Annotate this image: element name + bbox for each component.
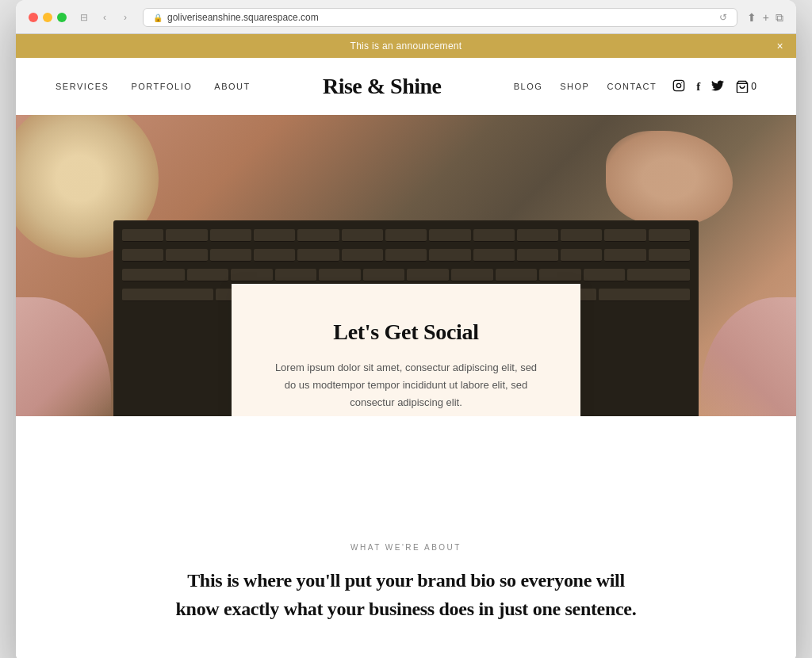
key <box>649 229 690 242</box>
browser-window: ⊟ ‹ › 🔒 goliveriseanshine.squarespace.co… <box>16 0 796 658</box>
key <box>342 229 383 242</box>
cart-icon[interactable]: 0 <box>735 80 756 93</box>
key <box>473 249 515 262</box>
browser-chrome: ⊟ ‹ › 🔒 goliveriseanshine.squarespace.co… <box>16 0 796 34</box>
social-icons: f 0 <box>672 79 756 94</box>
keyboard-row <box>118 227 694 244</box>
website-content: This is an announcement × SERVICES PORTF… <box>16 34 796 658</box>
tabs-icon[interactable]: ⧉ <box>776 11 783 25</box>
key <box>407 269 449 281</box>
twitter-icon[interactable] <box>711 80 724 94</box>
social-card: Let's Get Social Lorem ipsum dolor sit a… <box>232 284 580 416</box>
key <box>561 249 602 262</box>
key <box>187 269 229 281</box>
browser-controls: ⊟ ‹ › <box>76 10 133 25</box>
key <box>649 249 690 262</box>
address-bar[interactable]: 🔒 goliveriseanshine.squarespace.com ↺ <box>143 8 737 27</box>
announcement-bar: This is an announcement × <box>16 34 796 58</box>
key <box>254 229 295 242</box>
about-label: WHAT WE'RE ABOUT <box>95 543 717 552</box>
browser-action-buttons: ⬆ + ⧉ <box>747 11 783 25</box>
key <box>342 249 383 262</box>
social-card-title: Let's Get Social <box>271 319 541 345</box>
key <box>473 229 515 242</box>
key <box>297 249 339 262</box>
sidebar-toggle-button[interactable]: ⊟ <box>76 10 92 25</box>
keyboard-row <box>118 266 694 284</box>
traffic-lights <box>29 13 67 22</box>
url-text: goliveriseanshine.squarespace.com <box>167 12 319 23</box>
keyboard-row <box>118 247 694 264</box>
nav-item-contact[interactable]: CONTACT <box>607 82 657 91</box>
cart-count: 0 <box>751 81 756 92</box>
announcement-close-button[interactable]: × <box>777 40 783 52</box>
key <box>122 269 185 281</box>
nav-item-portfolio[interactable]: PORTFOLIO <box>131 82 192 91</box>
key <box>385 249 427 262</box>
key <box>451 269 493 281</box>
key <box>231 269 273 281</box>
svg-rect-0 <box>674 80 684 90</box>
key <box>210 249 251 262</box>
instagram-icon[interactable] <box>672 79 685 94</box>
site-logo[interactable]: Rise & Shine <box>323 74 442 99</box>
key <box>429 249 470 262</box>
svg-point-1 <box>677 83 681 87</box>
key <box>122 289 213 301</box>
key <box>385 229 427 242</box>
nav-left-links: SERVICES PORTFOLIO ABOUT <box>56 82 251 91</box>
back-button[interactable]: ‹ <box>97 10 113 25</box>
key <box>627 269 690 281</box>
forward-button[interactable]: › <box>117 10 133 25</box>
reload-button[interactable]: ↺ <box>719 12 727 23</box>
nav-right-links: BLOG SHOP CONTACT <box>514 82 657 91</box>
key <box>166 229 207 242</box>
facebook-icon[interactable]: f <box>696 80 700 94</box>
new-tab-icon[interactable]: + <box>763 11 769 25</box>
nav-item-blog[interactable]: BLOG <box>514 82 543 91</box>
minimize-button[interactable] <box>43 13 52 22</box>
key <box>496 269 538 281</box>
key <box>429 229 470 242</box>
nav-item-services[interactable]: SERVICES <box>56 82 109 91</box>
announcement-text: This is an announcement <box>350 40 462 52</box>
key <box>604 249 645 262</box>
key <box>604 229 645 242</box>
about-headline: This is where you'll put your brand bio … <box>168 566 644 623</box>
lock-icon: 🔒 <box>153 13 163 22</box>
close-button[interactable] <box>29 13 38 22</box>
key <box>363 269 405 281</box>
key <box>584 269 626 281</box>
hero-section: Let's Get Social Lorem ipsum dolor sit a… <box>16 115 796 416</box>
key <box>319 269 361 281</box>
key <box>254 249 295 262</box>
key <box>561 229 602 242</box>
key <box>275 269 317 281</box>
about-section: WHAT WE'RE ABOUT This is where you'll pu… <box>16 416 796 658</box>
share-icon[interactable]: ⬆ <box>747 11 756 25</box>
key <box>599 289 690 301</box>
social-card-body: Lorem ipsum dolor sit amet, consectur ad… <box>271 359 541 411</box>
key <box>297 229 339 242</box>
key <box>122 249 163 262</box>
navigation: SERVICES PORTFOLIO ABOUT Rise & Shine BL… <box>16 58 796 115</box>
key <box>122 229 163 242</box>
nav-item-shop[interactable]: SHOP <box>560 82 589 91</box>
nav-item-about[interactable]: ABOUT <box>214 82 250 91</box>
key <box>539 269 581 281</box>
key <box>210 229 251 242</box>
key <box>166 249 207 262</box>
key <box>517 229 558 242</box>
maximize-button[interactable] <box>57 13 67 22</box>
key <box>517 249 558 262</box>
svg-point-2 <box>681 82 682 82</box>
